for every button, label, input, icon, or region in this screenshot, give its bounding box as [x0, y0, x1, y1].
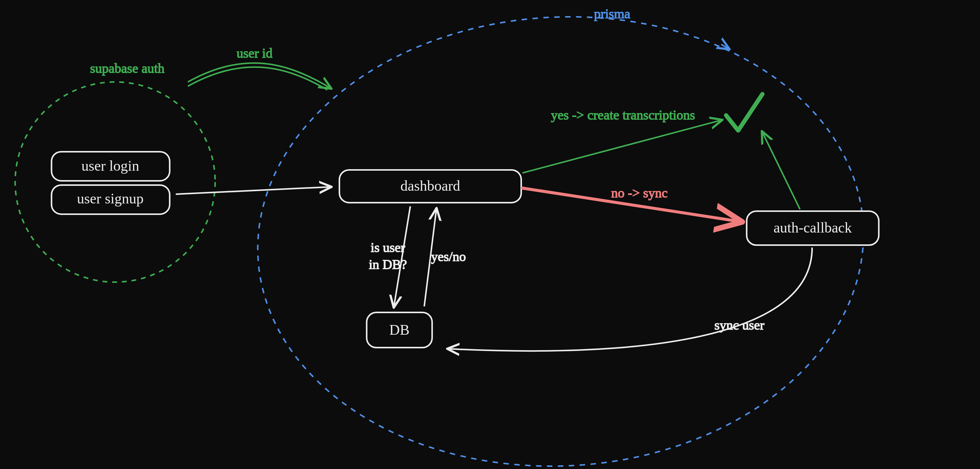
- user-id-arrow: user id: [188, 46, 330, 90]
- is-user-in-db-label-1: is user: [371, 240, 405, 255]
- db-node: DB: [367, 313, 432, 348]
- user-id-label: user id: [237, 46, 273, 61]
- sync-user-arrow: sync user: [449, 248, 812, 351]
- is-user-in-db-label-2: in DB?: [369, 257, 407, 272]
- dashboard-db-arrows: is user in DB? yes/no: [369, 206, 466, 306]
- no-sync-label: no -> sync: [611, 185, 668, 200]
- yes-create-label: yes -> create transcriptions: [551, 108, 695, 123]
- auth-callback-node: auth-callback: [747, 211, 879, 245]
- yes-no-label: yes/no: [431, 249, 466, 264]
- dashboard-node: dashboard: [339, 170, 521, 203]
- auth-callback-label: auth-callback: [774, 220, 852, 236]
- checkmark-icon: [726, 94, 762, 130]
- prisma-label: prisma: [594, 6, 630, 21]
- no-sync-arrow: no -> sync: [523, 185, 740, 222]
- sync-user-label: sync user: [714, 318, 764, 333]
- auth-callback-to-check-arrow: [762, 132, 800, 209]
- user-signup-label: user signup: [77, 190, 143, 206]
- db-label: DB: [389, 322, 410, 338]
- supabase-auth-label: supabase auth: [90, 61, 164, 76]
- yes-create-arrow: yes -> create transcriptions: [523, 108, 721, 173]
- to-dashboard-arrow: [176, 187, 330, 194]
- dashboard-label: dashboard: [401, 178, 460, 194]
- user-login-label: user login: [81, 158, 139, 174]
- user-signup-node: user signup: [51, 185, 170, 214]
- user-login-node: user login: [51, 152, 170, 181]
- diagram-canvas: prisma supabase auth user id user login …: [0, 0, 980, 469]
- svg-point-1: [15, 82, 215, 282]
